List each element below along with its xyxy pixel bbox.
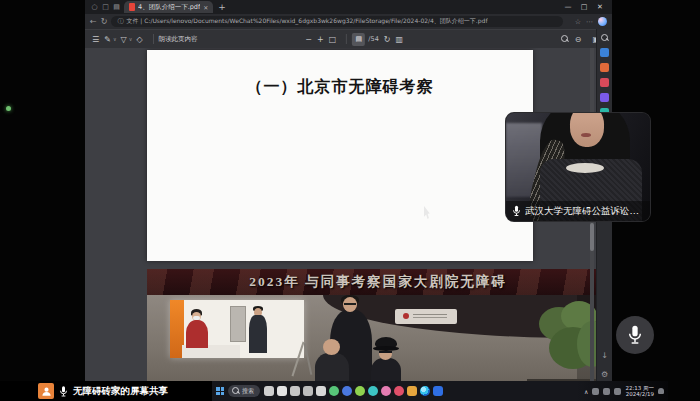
hat-woman-body [371, 358, 401, 383]
taskbar-app-icon[interactable] [394, 386, 404, 396]
tray-clock[interactable]: 22:13 周一 2024/2/19 [625, 385, 654, 398]
window-controls: — □ ✕ [560, 3, 608, 11]
pdf-file-icon [129, 3, 135, 11]
taskbar-app-icon[interactable] [329, 386, 339, 396]
fit-page-icon[interactable]: □ [329, 35, 337, 44]
status-dot [6, 106, 11, 111]
zoom-tool-icon[interactable]: ⊖ [575, 35, 582, 44]
webcam-tile[interactable]: 武汉大学无障碍公益诉讼… [505, 112, 651, 222]
profile-icon[interactable]: ○ [89, 3, 100, 11]
clock-time: 22:13 周一 [625, 385, 654, 391]
volume-icon[interactable] [603, 388, 610, 395]
battery-icon[interactable] [614, 388, 621, 395]
microphone-icon [512, 205, 521, 217]
tab-title: 4、团队介绍一下.pdf [138, 3, 200, 12]
photo-banner-text: 2023年 与同事考察国家大剧院无障碍 [249, 273, 506, 291]
more-options-icon[interactable]: ⋯ [586, 18, 593, 26]
divider [346, 34, 347, 44]
tab-tools-icon[interactable]: □ [100, 3, 111, 11]
zoom-out-icon[interactable]: − [305, 35, 312, 44]
sign-logo-dot [403, 313, 409, 319]
address-field[interactable]: ⓘ 文件 | C:/Users/lenovo/Documents/WeChat%… [111, 16, 563, 27]
browser-tab[interactable]: 4、团队介绍一下.pdf ✕ [124, 1, 213, 13]
address-bar: ← ↻ ⓘ 文件 | C:/Users/lenovo/Documents/WeC… [85, 14, 612, 29]
search-label: 搜索 [242, 387, 254, 396]
taskbar-app-icon[interactable] [342, 386, 352, 396]
microphone-icon [59, 385, 68, 398]
wifi-icon[interactable] [592, 388, 599, 395]
webcam-caption-text: 武汉大学无障碍公益诉讼… [525, 205, 639, 218]
print-icon[interactable]: ▥ [396, 35, 404, 44]
zoom-in-icon[interactable]: + [317, 35, 324, 44]
pdf-zoom-controls: − + □ ▤ /54 ↻ ▥ [305, 33, 408, 46]
taskbar-app-icon[interactable] [290, 386, 300, 396]
screen-man-body [249, 315, 267, 353]
sidebar-app-icon-blue[interactable] [600, 48, 609, 57]
taskbar-app-icon[interactable] [355, 386, 365, 396]
taskbar-app-icon[interactable] [303, 386, 313, 396]
tab-list-icon[interactable]: ▤ [111, 3, 122, 11]
crutch-line [304, 343, 313, 375]
screen-share-banner: 无障碍砖家的屏幕共享 [0, 381, 212, 401]
file-info-icon: ⓘ [117, 17, 123, 26]
scrollbar-thumb[interactable] [590, 223, 594, 251]
chevron-down-icon[interactable]: ∨ [113, 36, 117, 42]
back-icon[interactable]: ← [90, 17, 97, 26]
settings-icon[interactable]: ⚙ [601, 370, 608, 379]
mic-button[interactable] [616, 316, 654, 354]
taskbar-app-icon[interactable] [368, 386, 378, 396]
search-icon[interactable] [561, 35, 569, 43]
address-actions: ☆ ⋯ [575, 17, 607, 26]
highlight-icon[interactable]: ▽ [121, 35, 127, 44]
download-icon[interactable]: ↓ [601, 351, 608, 360]
refresh-icon[interactable]: ↻ [101, 17, 108, 26]
taskbar-apps [264, 386, 443, 396]
taskbar-app-icon[interactable] [264, 386, 274, 396]
webcam-caption: 武汉大学无障碍公益诉讼… [506, 201, 650, 221]
taskbar-app-icon[interactable] [407, 386, 417, 396]
sidebar-app-icon-orange[interactable] [600, 63, 609, 72]
sidebar-app-icon-red[interactable] [600, 78, 609, 87]
edge-icon[interactable] [420, 386, 430, 396]
page-view-toggle[interactable]: ▤ [352, 33, 365, 46]
screen-kiosk [230, 306, 246, 342]
front-man-head [323, 339, 340, 355]
minimize-button[interactable]: — [560, 3, 576, 11]
search-icon [232, 387, 240, 395]
person-icon [41, 386, 52, 397]
sign-text-lines [413, 314, 447, 315]
copilot-icon[interactable] [598, 17, 607, 26]
chevron-down-icon[interactable]: ∨ [129, 36, 133, 42]
standing-man-glasses [344, 303, 356, 305]
pdf-page-2: 2023年 与同事考察国家大剧院无障碍 [147, 269, 596, 383]
sidebar-search-icon[interactable] [601, 34, 609, 42]
new-tab-button[interactable]: + [218, 2, 226, 12]
favorites-icon[interactable]: ☆ [575, 18, 581, 26]
screen: ○ □ ▤ 4、团队介绍一下.pdf ✕ + — □ ✕ ← ↻ ⓘ 文件 | … [0, 0, 700, 401]
start-button[interactable] [216, 387, 224, 395]
read-aloud-button[interactable]: 朗读此页内容 [159, 35, 198, 44]
screen-woman-body [186, 320, 208, 348]
taskbar-app-icon[interactable] [277, 386, 287, 396]
person-face [570, 112, 604, 147]
sidebar-app-icon-violet[interactable] [600, 93, 609, 102]
maximize-button[interactable]: □ [576, 3, 592, 11]
taskbar-app-icon[interactable] [433, 386, 443, 396]
tab-close-icon[interactable]: ✕ [203, 4, 208, 11]
taskbar-app-icon[interactable] [381, 386, 391, 396]
notifications-icon[interactable] [658, 388, 664, 394]
menu-icon[interactable]: ☰ [92, 35, 99, 44]
avatar [38, 383, 54, 399]
rotate-icon[interactable]: ↻ [384, 35, 391, 44]
draw-icon[interactable]: ✎ [104, 35, 111, 44]
erase-icon[interactable]: ◇ [136, 35, 142, 44]
display-screen [170, 300, 304, 358]
page-title: （一）北京市无障碍考察 [147, 77, 533, 98]
clock-date: 2024/2/19 [626, 391, 654, 397]
front-man-body [315, 353, 349, 383]
tray-caret-icon[interactable]: ∧ [584, 388, 588, 395]
close-button[interactable]: ✕ [592, 3, 608, 11]
taskbar-app-icon[interactable] [316, 386, 326, 396]
tab-strip: ○ □ ▤ 4、团队介绍一下.pdf ✕ + — □ ✕ [85, 0, 612, 14]
taskbar-search[interactable]: 搜索 [228, 385, 260, 397]
